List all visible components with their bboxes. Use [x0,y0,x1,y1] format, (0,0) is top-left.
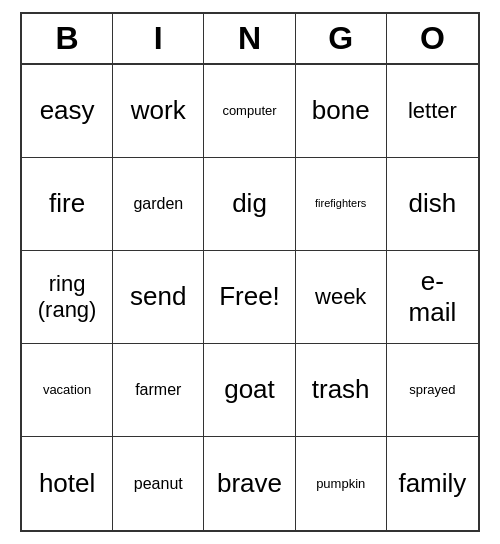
cell-text: letter [408,98,457,124]
cell-text: Free! [219,281,280,312]
cell-text: send [130,281,186,312]
cell-text: brave [217,468,282,499]
bingo-cell: trash [296,344,387,437]
bingo-cell: fire [22,158,113,251]
bingo-cell: week [296,251,387,344]
cell-text: family [398,468,466,499]
header-letter: O [387,14,478,63]
cell-text: bone [312,95,370,126]
bingo-cell: sprayed [387,344,478,437]
bingo-card: BINGO easyworkcomputerboneletterfiregard… [20,12,480,532]
header-letter: I [113,14,204,63]
cell-text: firefighters [315,197,366,210]
bingo-cell: pumpkin [296,437,387,530]
cell-text: goat [224,374,275,405]
cell-text: e- mail [409,266,457,328]
cell-text: pumpkin [316,476,365,492]
bingo-cell: vacation [22,344,113,437]
cell-text: farmer [135,380,181,399]
bingo-cell: firefighters [296,158,387,251]
cell-text: trash [312,374,370,405]
bingo-cell: easy [22,65,113,158]
cell-text: work [131,95,186,126]
header-letter: N [204,14,295,63]
cell-text: computer [222,103,276,119]
bingo-cell: e- mail [387,251,478,344]
bingo-cell: farmer [113,344,204,437]
cell-text: hotel [39,468,95,499]
header-letter: B [22,14,113,63]
cell-text: garden [133,194,183,213]
bingo-cell: Free! [204,251,295,344]
bingo-cell: ring (rang) [22,251,113,344]
cell-text: easy [40,95,95,126]
bingo-cell: computer [204,65,295,158]
cell-text: ring (rang) [38,271,97,324]
bingo-cell: garden [113,158,204,251]
bingo-cell: send [113,251,204,344]
bingo-cell: dig [204,158,295,251]
cell-text: week [315,284,366,310]
bingo-cell: work [113,65,204,158]
cell-text: peanut [134,474,183,493]
bingo-cell: hotel [22,437,113,530]
bingo-cell: bone [296,65,387,158]
bingo-cell: letter [387,65,478,158]
cell-text: dig [232,188,267,219]
cell-text: fire [49,188,85,219]
cell-text: dish [409,188,457,219]
bingo-cell: goat [204,344,295,437]
bingo-cell: brave [204,437,295,530]
bingo-cell: family [387,437,478,530]
cell-text: vacation [43,382,91,398]
bingo-grid: easyworkcomputerboneletterfiregardendigf… [22,65,478,530]
bingo-cell: dish [387,158,478,251]
bingo-cell: peanut [113,437,204,530]
cell-text: sprayed [409,382,455,398]
header-letter: G [296,14,387,63]
bingo-header: BINGO [22,14,478,65]
